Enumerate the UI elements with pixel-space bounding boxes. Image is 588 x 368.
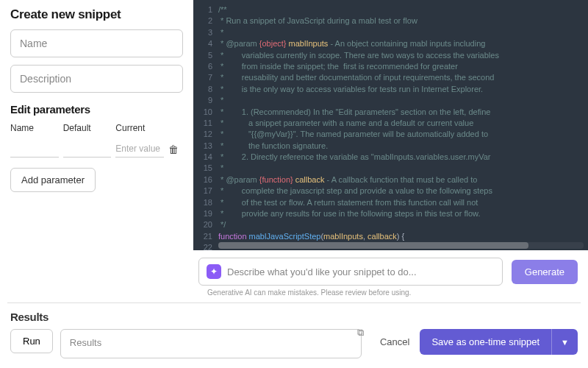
col-default: Default: [63, 123, 112, 133]
save-button[interactable]: Save as one-time snippet: [420, 329, 551, 355]
line-gutter: 123456789101112131415161718192021222324: [193, 0, 218, 250]
divider: [7, 302, 581, 303]
code-area[interactable]: /** * Run a snippet of JavaScript during…: [218, 0, 588, 250]
add-parameter-button[interactable]: Add parameter: [10, 168, 96, 192]
name-input[interactable]: Name: [10, 29, 183, 57]
param-name-input[interactable]: [10, 141, 59, 158]
run-button[interactable]: Run: [10, 329, 53, 353]
params-header-row: Name Default Current: [10, 123, 183, 133]
cancel-button[interactable]: Cancel: [380, 336, 409, 347]
ai-placeholder: Describe what you'd like your snippet to…: [227, 266, 417, 277]
left-panel: Create new snippet Name Description Edit…: [0, 0, 193, 250]
code-editor[interactable]: 123456789101112131415161718192021222324 …: [193, 0, 588, 250]
col-current: Current: [115, 123, 164, 133]
generate-button[interactable]: Generate: [512, 260, 578, 284]
results-heading: Results: [10, 311, 578, 323]
save-dropdown-button[interactable]: ▼: [551, 329, 578, 355]
param-row: 🗑: [10, 141, 183, 158]
sparkle-icon: ✦: [207, 264, 221, 279]
page-title: Create new snippet: [10, 7, 183, 22]
col-name: Name: [10, 123, 59, 133]
ai-row: ✦ Describe what you'd like your snippet …: [0, 250, 588, 287]
description-input[interactable]: Description: [10, 65, 183, 93]
delete-icon[interactable]: 🗑: [168, 144, 183, 155]
save-button-group: Save as one-time snippet ▼: [420, 329, 578, 355]
params-heading: Edit parameters: [10, 103, 183, 116]
popout-icon[interactable]: ⧉: [357, 327, 364, 339]
results-output[interactable]: Results ⧉: [60, 329, 362, 358]
results-placeholder: Results: [70, 337, 101, 348]
param-current-input[interactable]: [115, 141, 164, 158]
param-default-input[interactable]: [63, 141, 112, 158]
ai-prompt-input[interactable]: ✦ Describe what you'd like your snippet …: [198, 258, 503, 286]
horizontal-scrollbar[interactable]: [218, 242, 584, 249]
results-section: Results Run Results ⧉ Cancel Save as one…: [0, 305, 588, 364]
ai-disclaimer: Generative AI can make mistakes. Please …: [0, 287, 588, 301]
